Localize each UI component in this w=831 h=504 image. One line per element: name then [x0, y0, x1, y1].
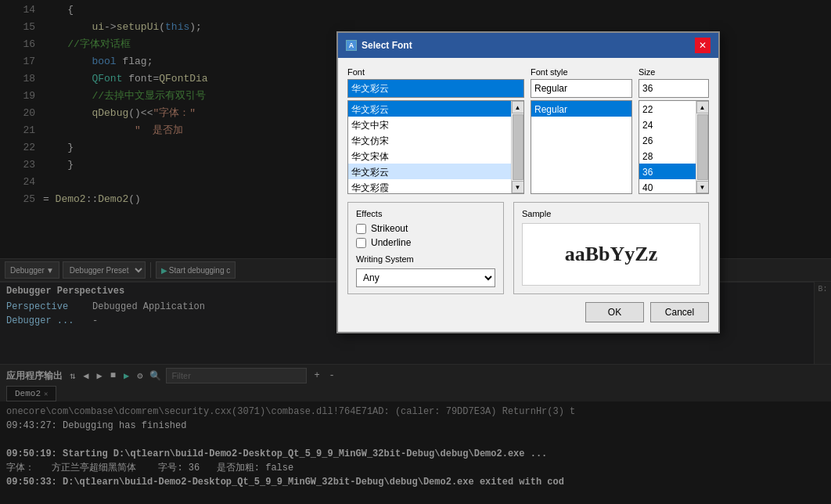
dialog-title: Select Font	[362, 40, 412, 51]
font-dialog: A Select Font ✕ Font 华文彩云 华文中宋 华文仿宋 华文宋体…	[336, 31, 720, 333]
size-column: Size 22 24 26 28 36 40 ▲ ▼	[639, 67, 709, 194]
writing-select[interactable]: Any	[356, 268, 495, 287]
font-input[interactable]	[347, 79, 524, 98]
style-item[interactable]: Regular	[531, 101, 631, 117]
dialog-columns: Font 华文彩云 华文中宋 华文仿宋 华文宋体 华文彩云 华文彩霞 ▲ ▼	[347, 67, 709, 194]
scroll-up-arrow[interactable]: ▲	[696, 101, 709, 113]
font-list-inner: 华文彩云 华文中宋 华文仿宋 华文宋体 华文彩云 华文彩霞	[348, 101, 523, 193]
size-list[interactable]: 22 24 26 28 36 40 ▲ ▼	[639, 100, 709, 194]
font-item[interactable]: 华文彩云	[348, 101, 523, 117]
sample-box: Sample aaBbYyZz	[513, 202, 709, 294]
style-list[interactable]: Regular	[531, 100, 632, 194]
font-item[interactable]: 华文彩云	[348, 164, 523, 179]
strikeout-checkbox[interactable]	[356, 224, 366, 234]
scroll-thumb[interactable]	[513, 114, 523, 180]
font-column: Font 华文彩云 华文中宋 华文仿宋 华文宋体 华文彩云 华文彩霞 ▲ ▼	[347, 67, 524, 194]
effects-section: Effects Strikeout Underline Writing Syst…	[347, 202, 709, 294]
font-item[interactable]: 华文仿宋	[348, 132, 523, 148]
scroll-up-arrow[interactable]: ▲	[512, 101, 524, 113]
underline-row: Underline	[356, 237, 495, 248]
dialog-app-icon: A	[346, 40, 357, 51]
dialog-close-button[interactable]: ✕	[695, 38, 710, 53]
effects-box: Effects Strikeout Underline Writing Syst…	[347, 202, 504, 294]
dialog-titlebar: A Select Font ✕	[338, 33, 718, 58]
font-item[interactable]: 华文中宋	[348, 117, 523, 132]
sample-text: aaBbYyZz	[565, 243, 657, 266]
scroll-down-arrow[interactable]: ▼	[696, 181, 709, 193]
font-list-scrollbar[interactable]: ▲ ▼	[511, 101, 523, 193]
titlebar-left: A Select Font	[346, 40, 412, 51]
dialog-body: Font 华文彩云 华文中宋 华文仿宋 华文宋体 华文彩云 华文彩霞 ▲ ▼	[338, 58, 718, 332]
sample-preview: aaBbYyZz	[522, 223, 700, 286]
scroll-thumb[interactable]	[697, 114, 708, 180]
strikeout-row: Strikeout	[356, 223, 495, 234]
font-list[interactable]: 华文彩云 华文中宋 华文仿宋 华文宋体 华文彩云 华文彩霞 ▲ ▼	[347, 100, 524, 194]
size-input[interactable]	[639, 79, 709, 98]
dialog-buttons: OK Cancel	[347, 302, 709, 322]
style-input[interactable]	[531, 79, 632, 98]
size-column-label: Size	[639, 67, 709, 77]
style-column-label: Font style	[531, 67, 632, 77]
font-column-label: Font	[347, 67, 524, 77]
font-item[interactable]: 华文宋体	[348, 148, 523, 164]
scroll-down-arrow[interactable]: ▼	[512, 181, 524, 193]
ok-button[interactable]: OK	[585, 302, 644, 322]
sample-title: Sample	[522, 209, 700, 218]
cancel-button[interactable]: Cancel	[650, 302, 709, 322]
font-item[interactable]: 华文彩霞	[348, 179, 523, 193]
underline-label: Underline	[371, 237, 411, 248]
writing-title: Writing System	[356, 254, 495, 264]
underline-checkbox[interactable]	[356, 238, 366, 248]
size-list-scrollbar[interactable]: ▲ ▼	[696, 101, 708, 193]
style-column: Font style Regular	[531, 67, 632, 194]
effects-title: Effects	[356, 209, 495, 218]
strikeout-label: Strikeout	[371, 223, 408, 234]
writing-sub: Writing System Any	[356, 254, 495, 287]
